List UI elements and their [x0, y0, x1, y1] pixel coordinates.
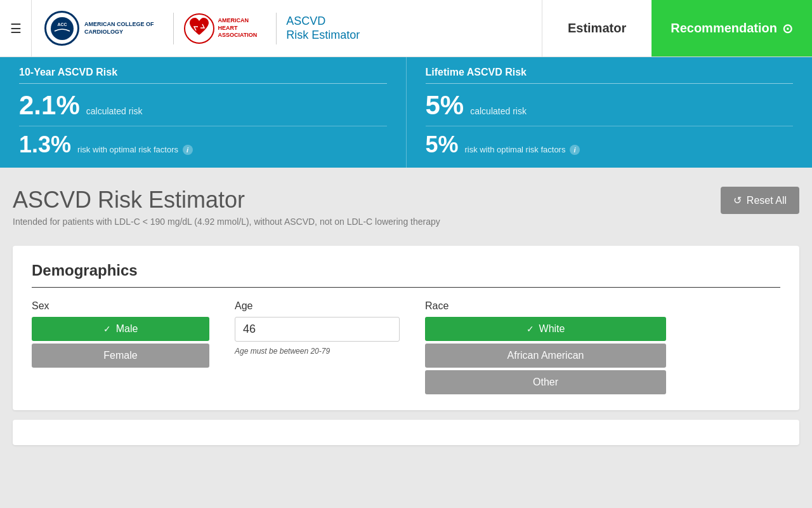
ten-year-optimal-row: 1.3% risk with optimal risk factors i: [19, 126, 387, 158]
lifetime-calculated-row: 5% calculated risk: [426, 90, 794, 121]
ten-year-optimal-label: risk with optimal risk factors i: [77, 145, 193, 155]
nav-recommendation-button[interactable]: Recommendation ⊙: [652, 0, 812, 57]
ten-year-calculated-value: 2.1%: [19, 90, 80, 121]
race-label: Race: [425, 300, 666, 312]
page-subtitle: Intended for patients with LDL-C < 190 m…: [13, 217, 440, 227]
demographics-title: Demographics: [32, 262, 780, 288]
lifetime-info-icon[interactable]: i: [570, 145, 580, 155]
ten-year-info-icon[interactable]: i: [183, 145, 193, 155]
lifetime-optimal-value: 5%: [426, 131, 459, 158]
female-label: Female: [103, 350, 137, 361]
ten-year-optimal-label-text: risk with optimal risk factors: [77, 145, 178, 154]
male-check-icon: ✓: [103, 324, 111, 334]
ascvd-title: ASCVD: [286, 15, 360, 29]
ten-year-calculated-row: 2.1% calculated risk: [19, 90, 387, 121]
header-logo: ACC American College ofCardiology Americ…: [32, 0, 542, 57]
other-race-button[interactable]: Other: [425, 370, 666, 394]
recommendation-arrow-icon: ⊙: [782, 21, 793, 36]
age-input[interactable]: [235, 317, 400, 342]
main-content: ASCVD Risk Estimator Intended for patien…: [0, 168, 812, 467]
sex-group: Sex ✓ Male Female: [32, 300, 209, 368]
acc-logo: ACC American College ofCardiology: [44, 11, 154, 46]
age-hint: Age must be between 20-79: [235, 347, 400, 356]
acc-logo-svg: ACC: [49, 16, 75, 41]
ascvd-subtitle: Risk Estimator: [286, 29, 360, 43]
african-american-label: African American: [508, 350, 584, 361]
ten-year-optimal-value: 1.3%: [19, 131, 71, 158]
recommendation-label: Recommendation: [671, 21, 777, 36]
ten-year-risk-panel: 10-Year ASCVD Risk 2.1% calculated risk …: [0, 57, 407, 168]
ten-year-title: 10-Year ASCVD Risk: [19, 67, 387, 84]
race-group: Race ✓ White African American Other: [425, 300, 666, 394]
acc-logo-text: American College ofCardiology: [84, 21, 154, 36]
reset-icon: ↺: [733, 194, 742, 206]
menu-icon: ☰: [10, 21, 22, 36]
svg-text:ACC: ACC: [57, 22, 67, 27]
lifetime-optimal-label-text: risk with optimal risk factors: [465, 145, 566, 154]
reset-all-button[interactable]: ↺ Reset All: [721, 187, 799, 214]
logo-divider-2: [276, 13, 277, 44]
lifetime-title: Lifetime ASCVD Risk: [426, 67, 794, 84]
lifetime-optimal-row: 5% risk with optimal risk factors i: [426, 126, 794, 158]
lifetime-calculated-value: 5%: [426, 90, 464, 121]
female-button[interactable]: Female: [32, 344, 209, 368]
aha-logo-text: AmericanHeartAssociation: [218, 17, 258, 39]
sex-button-group: ✓ Male Female: [32, 317, 209, 368]
page-title-section: ASCVD Risk Estimator Intended for patien…: [13, 187, 440, 227]
sex-label: Sex: [32, 300, 209, 312]
lifetime-risk-panel: Lifetime ASCVD Risk 5% calculated risk 5…: [407, 57, 813, 168]
menu-button[interactable]: ☰: [0, 0, 32, 57]
demographics-form-row: Sex ✓ Male Female Age Age must be betwee…: [32, 300, 780, 394]
reset-label: Reset All: [747, 195, 787, 206]
risk-banner: 10-Year ASCVD Risk 2.1% calculated risk …: [0, 57, 812, 168]
header-nav: Estimator Recommendation ⊙: [542, 0, 812, 57]
page-header: ASCVD Risk Estimator Intended for patien…: [13, 180, 799, 233]
other-race-label: Other: [533, 377, 558, 388]
african-american-button[interactable]: African American: [425, 344, 666, 368]
lifetime-calculated-label: calculated risk: [470, 106, 527, 116]
page-title: ASCVD Risk Estimator: [13, 187, 440, 213]
next-card: [13, 420, 799, 445]
nav-estimator-button[interactable]: Estimator: [542, 0, 652, 57]
svg-point-0: [51, 17, 74, 40]
estimator-label: Estimator: [568, 21, 626, 36]
aha-logo: AmericanHeartAssociation: [183, 13, 258, 44]
white-check-icon: ✓: [527, 324, 534, 334]
age-group: Age Age must be between 20-79: [235, 300, 400, 356]
age-label: Age: [235, 300, 400, 312]
acc-logo-circle: ACC: [44, 11, 79, 46]
demographics-card: Demographics Sex ✓ Male Female Age: [13, 246, 799, 410]
logo-divider-1: [173, 13, 174, 44]
ten-year-calculated-label: calculated risk: [86, 106, 143, 116]
male-label: Male: [116, 323, 138, 335]
white-button[interactable]: ✓ White: [425, 317, 666, 341]
white-label: White: [539, 323, 565, 335]
header: ☰ ACC American College ofCardiology: [0, 0, 812, 57]
ascvd-logo-text: ASCVD Risk Estimator: [286, 15, 360, 42]
aha-logo-svg: [183, 13, 215, 44]
lifetime-optimal-label: risk with optimal risk factors i: [465, 145, 580, 155]
male-button[interactable]: ✓ Male: [32, 317, 209, 341]
race-button-group: ✓ White African American Other: [425, 317, 666, 394]
